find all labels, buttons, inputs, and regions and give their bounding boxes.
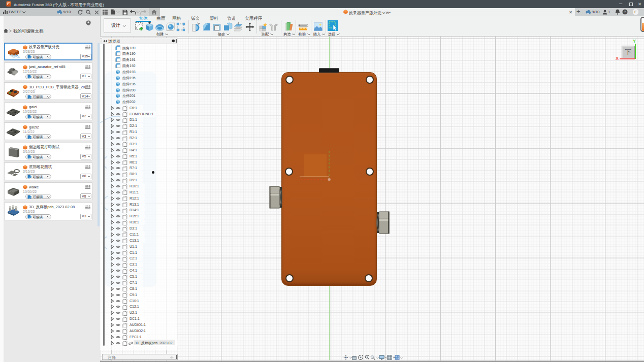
svg-text:?: ? xyxy=(624,10,626,14)
svg-text:F: F xyxy=(634,10,637,14)
